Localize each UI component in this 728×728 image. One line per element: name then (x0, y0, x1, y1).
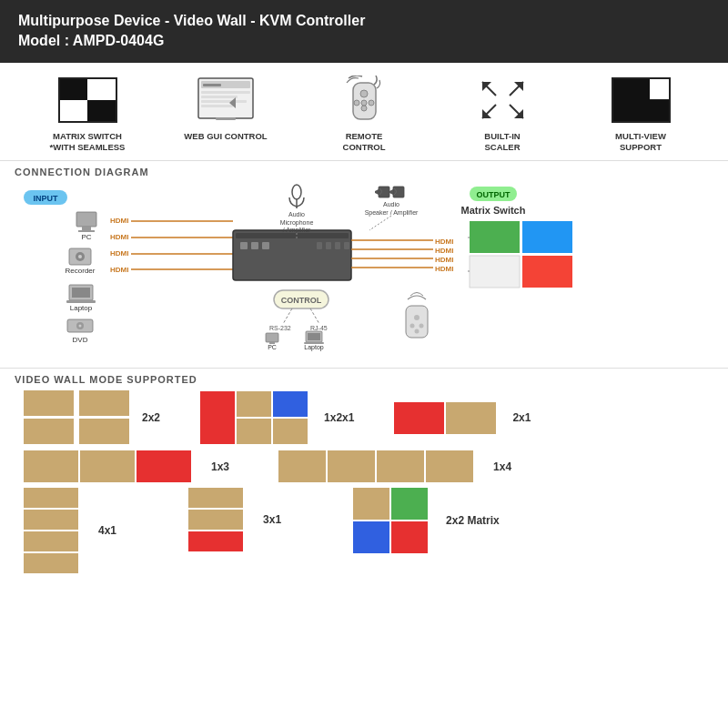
svg-point-14 (361, 100, 367, 106)
svg-rect-57 (344, 242, 349, 249)
features-row: MATRIX SWITCH*WITH SEAMLESS WEB GUI CONT… (0, 63, 728, 161)
header: Multipurpose Device - Video Wall - KVM C… (0, 0, 728, 63)
svg-rect-55 (326, 242, 331, 249)
svg-text:HDMI: HDMI (435, 238, 453, 246)
svg-rect-98 (308, 333, 320, 340)
header-line2: Model : AMPD-0404G (18, 31, 710, 51)
feature-multiview: MULTI-VIEWSUPPORT (586, 76, 695, 154)
svg-rect-66 (393, 187, 404, 197)
svg-text:CONTROL: CONTROL (281, 296, 322, 305)
svg-text:Laptop: Laptop (304, 344, 324, 351)
mode-1x2x1-label: 1x2x1 (324, 411, 354, 424)
svg-text:HDMI: HDMI (110, 249, 128, 258)
mode-1x3: 1x3 (24, 450, 229, 482)
svg-text:INPUT: INPUT (34, 194, 59, 203)
svg-text:Audio: Audio (288, 211, 305, 217)
remote-label: REMOTECONTROL (343, 131, 386, 154)
svg-text:Laptop: Laptop (70, 304, 93, 312)
svg-text:Recorder: Recorder (66, 267, 96, 275)
svg-rect-3 (201, 91, 250, 94)
videowall-title: VIDEO WALL MODE SUPPORTED (15, 374, 713, 385)
web-gui-label: WEB GUI CONTROL (184, 131, 267, 142)
svg-line-70 (369, 216, 391, 230)
svg-text:PC: PC (268, 344, 277, 350)
mode-3x1-label: 3x1 (263, 513, 281, 526)
connection-diagram-svg: INPUT PC HDMI HDMI HDMI HDMI (15, 183, 715, 360)
svg-point-104 (420, 324, 424, 329)
connection-title: CONNECTION DIAGRAM (15, 167, 713, 177)
feature-remote: REMOTECONTROL (309, 76, 419, 154)
web-gui-icon (194, 76, 258, 126)
svg-text:HDMI: HDMI (110, 217, 128, 225)
svg-point-10 (360, 90, 368, 97)
svg-rect-94 (266, 333, 278, 342)
svg-text:OUTPUT: OUTPUT (477, 190, 511, 199)
svg-text:PC: PC (81, 233, 91, 241)
svg-marker-65 (375, 189, 379, 195)
svg-text:HDMI: HDMI (435, 265, 453, 273)
svg-point-39 (78, 255, 82, 258)
svg-line-91 (310, 308, 319, 324)
mode-2x2-label: 2x2 (142, 411, 160, 424)
svg-line-90 (283, 308, 292, 324)
mode-3x1: 3x1 (188, 488, 281, 551)
mode-4x1-label: 4x1 (98, 524, 116, 537)
multiview-icon (609, 76, 672, 126)
svg-point-13 (361, 106, 367, 111)
svg-rect-64 (379, 187, 389, 197)
svg-marker-67 (389, 189, 393, 195)
svg-rect-53 (262, 242, 269, 249)
svg-rect-54 (317, 242, 322, 249)
feature-scaler: BUILT-INSCALER (448, 76, 557, 154)
svg-point-12 (369, 100, 374, 106)
svg-rect-50 (236, 233, 349, 238)
mode-1x2x1: 1x2x1 (200, 391, 354, 444)
svg-point-102 (414, 315, 420, 320)
svg-rect-5 (201, 100, 247, 103)
svg-rect-56 (335, 242, 340, 249)
svg-point-58 (292, 185, 301, 199)
matrix-switch-icon (56, 76, 119, 126)
svg-point-103 (410, 324, 415, 329)
mode-1x4-label: 1x4 (493, 460, 511, 473)
svg-text:HDMI: HDMI (110, 233, 128, 241)
svg-rect-27 (78, 230, 95, 232)
mode-2x1-label: 2x1 (512, 411, 531, 424)
svg-text:DVD: DVD (73, 336, 88, 344)
matrix-switch-label: MATRIX SWITCH*WITH SEAMLESS (50, 131, 126, 154)
mode-2x2: 2x2 (24, 390, 160, 445)
svg-rect-85 (522, 256, 572, 288)
mode-2x2matrix-label: 2x2 Matrix (446, 514, 500, 527)
svg-point-105 (415, 329, 420, 334)
remote-icon (332, 76, 396, 126)
mode-1x3-label: 1x3 (211, 460, 229, 473)
mode-1x4: 1x4 (278, 450, 511, 482)
svg-text:HDMI: HDMI (435, 256, 453, 264)
connection-section: CONNECTION DIAGRAM INPUT PC HDMI HDMI HD… (0, 160, 728, 368)
svg-rect-42 (72, 288, 90, 298)
svg-rect-82 (470, 221, 520, 253)
mode-2x2matrix: 2x2 Matrix (353, 488, 500, 553)
svg-text:/ Amplifier: / Amplifier (283, 227, 311, 234)
svg-rect-8 (216, 117, 236, 120)
svg-text:HDMI: HDMI (435, 247, 453, 255)
svg-rect-26 (82, 227, 91, 230)
svg-text:Audio: Audio (383, 201, 399, 207)
mode-4x1: 4x1 (24, 488, 116, 573)
svg-text:Matrix Switch: Matrix Switch (461, 205, 526, 216)
svg-text:HDMI: HDMI (110, 266, 128, 274)
svg-rect-84 (470, 256, 520, 288)
svg-rect-2 (203, 84, 221, 86)
svg-rect-51 (240, 242, 248, 249)
feature-matrix-switch: MATRIX SWITCH*WITH SEAMLESS (33, 76, 142, 154)
feature-web-gui: WEB GUI CONTROL (171, 76, 280, 142)
svg-rect-25 (76, 212, 96, 227)
svg-text:RJ-45: RJ-45 (310, 325, 328, 331)
scaler-icon (470, 76, 534, 126)
svg-point-11 (354, 100, 359, 106)
svg-text:Microphone: Microphone (280, 219, 314, 227)
scaler-label: BUILT-INSCALER (484, 131, 520, 154)
svg-rect-4 (201, 96, 238, 98)
header-line1: Multipurpose Device - Video Wall - KVM C… (18, 11, 710, 31)
svg-rect-52 (251, 242, 258, 249)
